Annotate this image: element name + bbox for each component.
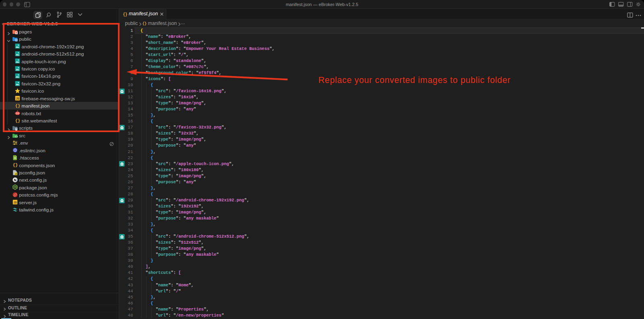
svg-text:JS: JS xyxy=(15,173,18,175)
svg-text:{}: {} xyxy=(142,21,147,26)
svg-text:N: N xyxy=(14,178,16,182)
svg-text:JS: JS xyxy=(14,201,17,204)
svg-text:{}: {} xyxy=(13,163,18,168)
svg-text:{}: {} xyxy=(123,12,127,17)
